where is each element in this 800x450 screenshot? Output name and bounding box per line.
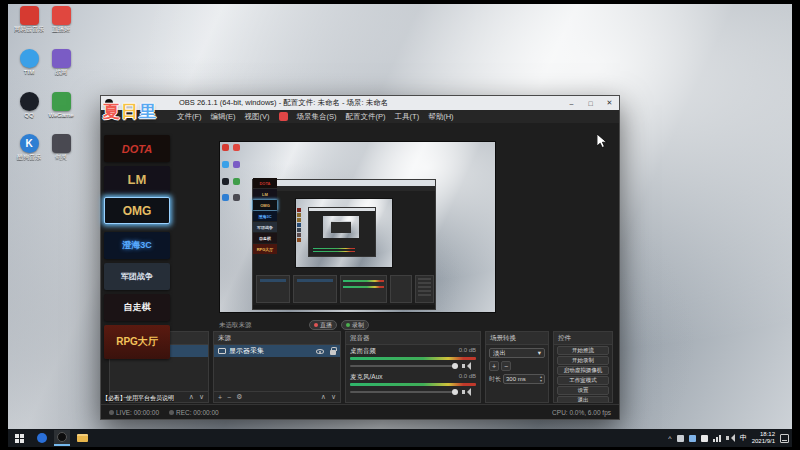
preview-desktop-icon xyxy=(222,144,229,151)
preview-banner: DOTA xyxy=(253,178,277,188)
start-virtual-camera-button[interactable]: 启动虚拟摄像机 xyxy=(557,366,609,375)
maximize-button[interactable]: □ xyxy=(581,96,600,110)
desktop-wallpaper: 网易云音乐 直播姬 TIM 战网 QQ WeGame K 酷狗音乐 剑灵 xyxy=(8,4,792,429)
desktop-icon-kugou[interactable]: K 酷狗音乐 xyxy=(14,134,44,161)
live-indicator-pill[interactable]: 直播 xyxy=(309,320,337,330)
desktop-audio-speaker-icon[interactable] xyxy=(462,362,471,370)
studio-mode-button[interactable]: 工作室模式 xyxy=(557,376,609,385)
preview-banner: RPG大厅 xyxy=(253,244,277,254)
remove-source-button[interactable]: − xyxy=(227,394,231,401)
record-indicator-pill[interactable]: 录制 xyxy=(341,320,369,330)
banner-chenghai3c[interactable]: 澄海3C xyxy=(104,232,170,259)
banner-lm[interactable]: LM xyxy=(104,166,170,193)
tray-app-icon[interactable] xyxy=(677,435,684,442)
mixer-channel-desktop-audio: 桌面音频 0.0 dB xyxy=(346,345,480,371)
add-source-button[interactable]: + xyxy=(218,394,222,401)
close-button[interactable]: ✕ xyxy=(600,96,619,110)
ime-indicator[interactable]: 中 xyxy=(740,433,747,443)
remove-transition-button[interactable]: − xyxy=(501,361,511,371)
banner-dota[interactable]: DOTA xyxy=(104,135,170,162)
obs-statusbar: LIVE: 00:00:00 REC: 00:00:00 CPU: 0.0%, … xyxy=(101,404,619,419)
preview-banner: OMG xyxy=(253,200,277,210)
volume-icon[interactable] xyxy=(726,434,735,442)
desktop-icon-battlenet[interactable]: 战网 xyxy=(46,49,76,76)
obs-titlebar[interactable]: OBS 26.1.1 (64-bit, windows) - 配置文件: 未命名… xyxy=(101,96,619,110)
preview-hint-row: 未选取来源 直播 录制 xyxy=(101,319,619,331)
taskbar-obs-icon[interactable] xyxy=(54,430,70,446)
obs-preview[interactable]: DOTA LM OMG 澄海3C 军团战争 自走棋 RPG大厅 xyxy=(219,141,496,313)
source-down-button[interactable]: ∨ xyxy=(331,393,336,401)
plugin-menu-icon[interactable] xyxy=(279,112,288,121)
minimize-button[interactable]: – xyxy=(562,96,581,110)
menu-profile[interactable]: 配置文件(P) xyxy=(346,112,386,122)
battlenet-icon xyxy=(52,49,71,68)
cpu-fps-stats: CPU: 0.0%, 6.00 fps xyxy=(552,409,611,416)
controls-dock-title: 控件 xyxy=(554,332,612,345)
source-lock-icon[interactable] xyxy=(330,350,336,355)
preview-banner: 自走棋 xyxy=(253,233,277,243)
preview-hint: 未选取来源 xyxy=(219,321,252,330)
mouse-cursor-icon xyxy=(597,134,607,153)
preview-controls-dock xyxy=(415,275,434,303)
transitions-dock-title: 场景转换 xyxy=(486,332,548,345)
taskbar: ^ 中 18:12 2021/9/1 xyxy=(8,429,792,447)
source-visibility-icon[interactable] xyxy=(316,349,324,354)
live-dot-icon xyxy=(314,323,318,327)
transition-select[interactable]: 淡出 ▾ xyxy=(489,348,545,358)
menu-help[interactable]: 帮助(H) xyxy=(428,112,453,122)
desktop-icon-netease-music[interactable]: 网易云音乐 xyxy=(14,6,44,33)
preview-desktop-icon xyxy=(233,161,240,168)
banner-legion-war[interactable]: 军团战争 xyxy=(104,263,170,290)
desktop-icon-qq[interactable]: QQ xyxy=(14,92,44,119)
start-recording-button[interactable]: 开始录制 xyxy=(557,356,609,365)
system-tray: ^ 中 18:12 2021/9/1 xyxy=(668,429,792,447)
start-button[interactable] xyxy=(8,429,30,447)
settings-button[interactable]: 设置 xyxy=(557,386,609,395)
source-list-item[interactable]: 显示器采集 xyxy=(214,345,340,357)
tray-app-icon[interactable] xyxy=(689,435,696,442)
source-properties-button[interactable]: ⚙ xyxy=(236,393,242,401)
obs-menubar: 文件(F) 编辑(E) 视图(V) 场景集合(S) 配置文件(P) 工具(T) … xyxy=(101,110,619,123)
desktop-icon-game[interactable]: 剑灵 xyxy=(46,134,76,161)
menu-tools[interactable]: 工具(T) xyxy=(395,112,420,122)
tray-app-icon[interactable] xyxy=(701,435,708,442)
preview-desktop-icon xyxy=(233,194,240,201)
scene-down-button[interactable]: ∨ xyxy=(199,393,204,401)
desktop-icon-tim[interactable]: TIM xyxy=(14,49,44,76)
obs-window: OBS 26.1.1 (64-bit, windows) - 配置文件: 未命名… xyxy=(100,95,620,420)
desktop-icon-wegame[interactable]: WeGame xyxy=(46,92,76,119)
preview-banner: 澄海3C xyxy=(253,211,277,221)
kugou-icon: K xyxy=(20,134,39,153)
source-up-button[interactable]: ∧ xyxy=(321,393,326,401)
preview-scenes-dock xyxy=(256,275,290,303)
preview-desktop-icon xyxy=(233,144,240,151)
scene-up-button[interactable]: ∧ xyxy=(189,393,194,401)
network-icon[interactable] xyxy=(713,435,721,442)
menu-file[interactable]: 文件(F) xyxy=(177,112,202,122)
taskbar-clock[interactable]: 18:12 2021/9/1 xyxy=(752,431,775,446)
display-capture-icon xyxy=(218,348,226,354)
banner-rpg-lobby[interactable]: RPG大厅 xyxy=(104,325,170,359)
menu-edit[interactable]: 编辑(E) xyxy=(211,112,236,122)
chevron-down-icon: ▾ xyxy=(538,349,541,357)
banner-omg[interactable]: OMG xyxy=(104,197,170,224)
add-transition-button[interactable]: + xyxy=(489,361,499,371)
launcher-logo: 夏日里 xyxy=(103,100,157,123)
mic-speaker-icon[interactable] xyxy=(462,388,471,396)
transition-duration-spinner[interactable]: 300 ms ▴▾ xyxy=(503,374,545,384)
banner-auto-chess[interactable]: 自走棋 xyxy=(104,294,170,321)
notification-center-icon[interactable] xyxy=(780,434,789,443)
taskbar-explorer-icon[interactable] xyxy=(74,430,90,446)
mixer-dock-title: 混音器 xyxy=(346,332,480,345)
desktop-audio-slider[interactable] xyxy=(350,365,458,367)
exit-button[interactable]: 退出 xyxy=(557,396,609,402)
start-streaming-button[interactable]: 开始推流 xyxy=(557,346,609,355)
preview-desktop-icon xyxy=(233,178,240,185)
mic-slider[interactable] xyxy=(350,391,458,393)
menu-scene-collection[interactable]: 场景集合(S) xyxy=(297,112,337,122)
tray-expand-icon[interactable]: ^ xyxy=(668,435,671,442)
taskbar-browser-icon[interactable] xyxy=(34,430,50,446)
desktop-icon-livehime[interactable]: 直播姬 xyxy=(46,6,76,33)
menu-view[interactable]: 视图(V) xyxy=(245,112,270,122)
screen: 网易云音乐 直播姬 TIM 战网 QQ WeGame K 酷狗音乐 剑灵 xyxy=(0,0,800,450)
